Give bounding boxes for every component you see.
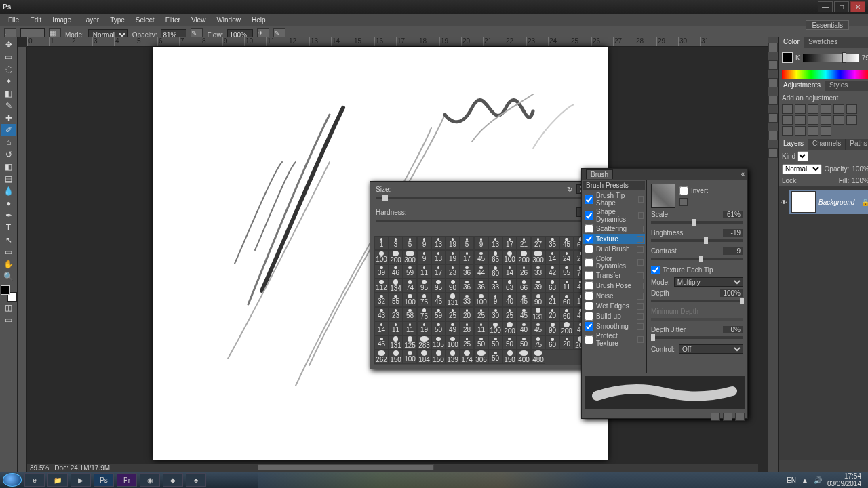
cat-checkbox[interactable] bbox=[585, 271, 593, 280]
lock-icon[interactable] bbox=[637, 336, 644, 343]
brush-preset[interactable]: 14 bbox=[374, 321, 389, 336]
brush-preset[interactable]: 17 bbox=[431, 264, 446, 279]
brush-preset[interactable]: 9 bbox=[417, 236, 431, 250]
depth-slider[interactable] bbox=[651, 300, 743, 302]
zoom-tool[interactable]: 🔍 bbox=[1, 270, 16, 283]
brush-preset[interactable]: 5 bbox=[403, 236, 417, 250]
brush-preset[interactable]: 59 bbox=[431, 307, 446, 321]
depth-jitter-slider[interactable] bbox=[651, 336, 743, 339]
brush-preset[interactable]: 112 bbox=[374, 279, 389, 293]
brush-preset[interactable]: 39 bbox=[531, 279, 545, 293]
brush-preset[interactable]: 49 bbox=[446, 321, 460, 336]
adj-curves-icon[interactable] bbox=[808, 104, 818, 114]
scale-slider[interactable] bbox=[651, 221, 743, 224]
brush-presets-header[interactable]: Brush Presets bbox=[583, 181, 645, 190]
taskbar-chrome[interactable]: ◉ bbox=[140, 473, 160, 487]
brush-preset[interactable]: 100 bbox=[403, 293, 417, 307]
brush-preset[interactable]: 200 bbox=[502, 321, 517, 336]
brush-cat-item[interactable]: Smoothing bbox=[583, 321, 645, 331]
fg-color[interactable] bbox=[1, 285, 10, 295]
brush-preset[interactable]: 50 bbox=[502, 336, 517, 350]
menu-help[interactable]: Help bbox=[246, 15, 271, 25]
adj-select-icon[interactable] bbox=[808, 126, 818, 136]
brush-preset[interactable]: 125 bbox=[403, 336, 417, 350]
tab-swatches[interactable]: Swatches bbox=[804, 37, 842, 48]
k-slider[interactable] bbox=[803, 54, 859, 62]
wand-tool[interactable]: ✦ bbox=[1, 75, 16, 87]
brush-preset[interactable]: 13 bbox=[488, 236, 502, 250]
brush-preset[interactable]: 33 bbox=[460, 293, 474, 307]
pen-tool[interactable]: ✒ bbox=[1, 209, 16, 222]
brush-preset[interactable]: 95 bbox=[417, 279, 431, 293]
brush-preset[interactable]: 45 bbox=[431, 293, 446, 307]
brush-preset[interactable]: 480 bbox=[531, 350, 545, 364]
brush-preset[interactable]: 20 bbox=[559, 336, 574, 350]
brush-preset[interactable]: 131 bbox=[446, 293, 460, 307]
maximize-button[interactable]: □ bbox=[834, 1, 849, 12]
lock-icon[interactable] bbox=[637, 283, 644, 289]
move-tool[interactable]: ✥ bbox=[1, 39, 16, 51]
adj-grad-icon[interactable] bbox=[795, 126, 806, 136]
menu-view[interactable]: View bbox=[186, 15, 212, 25]
depth-value[interactable]: 100% bbox=[720, 289, 743, 297]
brush-preset[interactable]: 40 bbox=[502, 293, 517, 307]
invert-checkbox[interactable] bbox=[679, 186, 688, 195]
adj-invert-icon[interactable] bbox=[833, 115, 844, 125]
brush-preset[interactable]: 33 bbox=[488, 279, 502, 293]
brush-preset[interactable]: 75 bbox=[417, 307, 431, 321]
brush-preset[interactable]: 150 bbox=[389, 350, 403, 364]
brush-preset[interactable]: 26 bbox=[517, 264, 531, 279]
cat-checkbox[interactable] bbox=[585, 195, 593, 204]
lock-icon[interactable] bbox=[638, 196, 644, 203]
brush-preset[interactable]: 9 bbox=[417, 250, 431, 264]
brush-preset[interactable]: 40 bbox=[517, 321, 531, 336]
brush-preset[interactable]: 44 bbox=[474, 264, 488, 279]
brush-preset[interactable]: 150 bbox=[431, 350, 446, 364]
brush-tool[interactable]: ✐ bbox=[1, 124, 16, 136]
brush-preset[interactable]: 60 bbox=[559, 307, 574, 321]
shape-tool[interactable]: ▭ bbox=[1, 246, 16, 258]
brightness-value[interactable]: -19 bbox=[723, 229, 743, 237]
brush-preset[interactable]: 100 bbox=[502, 250, 517, 264]
brush-cat-item[interactable]: Wet Edges bbox=[583, 301, 645, 311]
adj-bw-icon[interactable] bbox=[782, 115, 793, 125]
brush-preset[interactable]: 100 bbox=[446, 336, 460, 350]
taskbar-app2[interactable]: ♣ bbox=[186, 473, 206, 487]
brush-preset[interactable]: 105 bbox=[431, 336, 446, 350]
brush-preset[interactable]: 65 bbox=[488, 250, 502, 264]
brush-preset[interactable]: 95 bbox=[431, 279, 446, 293]
blur-tool[interactable]: 💧 bbox=[1, 185, 16, 197]
brush-preset[interactable]: 55 bbox=[389, 293, 403, 307]
brush-cat-item[interactable]: Scattering bbox=[583, 224, 645, 234]
adj-brightness-icon[interactable] bbox=[782, 104, 793, 114]
brush-preset[interactable]: 30 bbox=[488, 307, 502, 321]
menu-filter[interactable]: Filter bbox=[160, 15, 186, 25]
tray-network-icon[interactable]: 🔊 bbox=[814, 476, 822, 484]
cat-checkbox[interactable] bbox=[585, 211, 593, 220]
brush-preset[interactable]: 39 bbox=[374, 264, 389, 279]
lock-icon[interactable] bbox=[637, 236, 644, 243]
brush-preset[interactable]: 131 bbox=[389, 336, 403, 350]
brush-cat-item[interactable]: Build-up bbox=[583, 311, 645, 321]
brush-preset[interactable]: 60 bbox=[488, 264, 502, 279]
brush-preset[interactable]: 90 bbox=[446, 279, 460, 293]
brush-preset[interactable]: 13 bbox=[431, 250, 446, 264]
tab-adjustments[interactable]: Adjustments bbox=[779, 81, 825, 92]
brush-preset[interactable]: 306 bbox=[474, 350, 488, 364]
start-button[interactable] bbox=[3, 473, 22, 487]
brush-preset[interactable]: 14 bbox=[545, 250, 559, 264]
brush-preset[interactable]: 50 bbox=[517, 336, 531, 350]
cat-checkbox[interactable] bbox=[585, 281, 593, 290]
brush-icon[interactable] bbox=[768, 131, 778, 140]
brush-preset[interactable]: 17 bbox=[460, 250, 474, 264]
cat-checkbox[interactable] bbox=[585, 312, 593, 321]
brush-preset[interactable]: 150 bbox=[502, 350, 517, 364]
path-tool[interactable]: ↖ bbox=[1, 234, 16, 246]
brush-preset[interactable]: 100 bbox=[474, 293, 488, 307]
adj-lookup-icon[interactable] bbox=[821, 115, 831, 125]
menu-window[interactable]: Window bbox=[211, 15, 246, 25]
size-slider[interactable] bbox=[376, 197, 599, 199]
taskbar-media[interactable]: ▶ bbox=[71, 473, 91, 487]
reset-icon[interactable]: ↻ bbox=[567, 186, 575, 194]
tab-styles[interactable]: Styles bbox=[825, 81, 852, 92]
